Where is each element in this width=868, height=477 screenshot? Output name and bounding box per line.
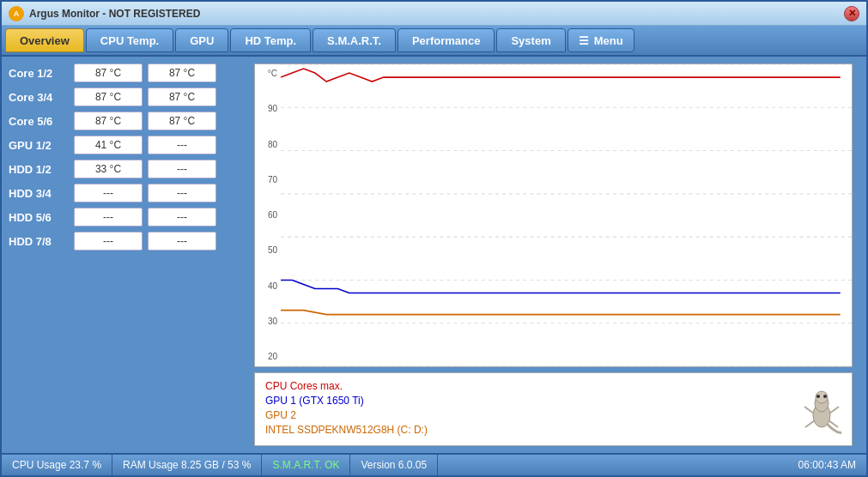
legend-item-0: CPU Cores max.: [265, 380, 841, 392]
y-30: 30: [255, 317, 281, 326]
right-panel: °C 90 80 70 60 50 40 30 20 CPU: [254, 63, 853, 446]
sensor-label-4: HDD 1/2: [9, 163, 69, 176]
svg-point-16: [823, 395, 827, 398]
sensor-row-2: Core 5/6 87 °C 87 °C: [9, 112, 247, 130]
sensor-row-7: HDD 7/8 --- ---: [9, 232, 247, 251]
legend-item-2: GPU 2: [265, 409, 841, 421]
y-80: 80: [255, 141, 281, 149]
main-content: Core 1/2 87 °C 87 °C Core 3/4 87 °C 87 °…: [2, 57, 866, 453]
smart-status: S.M.A.R.T. OK: [262, 455, 350, 475]
sensor-val2-5: ---: [148, 184, 216, 202]
app-icon: A: [9, 6, 24, 21]
sensor-val1-3: 41 °C: [74, 136, 143, 154]
tab-cpu-temp[interactable]: CPU Temp.: [86, 28, 173, 52]
tab-gpu[interactable]: GPU: [175, 28, 228, 52]
sensor-row-4: HDD 1/2 33 °C ---: [9, 160, 247, 178]
y-90: 90: [255, 105, 281, 113]
svg-line-12: [829, 407, 839, 414]
sensor-label-1: Core 3/4: [9, 91, 69, 104]
sensor-val2-2: 87 °C: [148, 112, 216, 130]
chart-inner: °C 90 80 70 60 50 40 30 20: [255, 64, 852, 366]
tab-performance[interactable]: Performance: [398, 28, 495, 52]
close-button[interactable]: ✕: [844, 6, 859, 21]
y-50: 50: [255, 246, 281, 255]
sensor-val1-2: 87 °C: [74, 112, 143, 130]
time-status: 06:00:43 AM: [788, 455, 866, 475]
tab-system[interactable]: System: [496, 28, 565, 52]
sensor-val2-4: ---: [148, 160, 216, 178]
svg-line-13: [805, 420, 815, 427]
sensor-row-1: Core 3/4 87 °C 87 °C: [9, 88, 247, 106]
chart-svg: [281, 64, 852, 366]
sensor-label-2: Core 5/6: [9, 115, 69, 128]
gecko-mascot: [794, 383, 854, 443]
left-panel: Core 1/2 87 °C 87 °C Core 3/4 87 °C 87 °…: [9, 63, 247, 446]
tab-smart[interactable]: S.M.A.R.T.: [313, 28, 396, 52]
legend-item-3: INTEL SSDPEKNW512G8H (C: D:): [265, 424, 841, 436]
y-20: 20: [255, 353, 281, 361]
sensor-val2-7: ---: [148, 232, 216, 251]
sensor-label-7: HDD 7/8: [9, 235, 69, 248]
tab-overview[interactable]: Overview: [5, 28, 84, 52]
sensor-val1-1: 87 °C: [74, 88, 143, 106]
sensor-label-6: HDD 5/6: [9, 211, 69, 224]
title-bar: A Argus Monitor - NOT REGISTERED ✕: [2, 2, 866, 26]
status-bar: CPU Usage 23.7 % RAM Usage 8.25 GB / 53 …: [2, 453, 866, 475]
y-axis: °C 90 80 70 60 50 40 30 20: [255, 64, 281, 366]
sensor-val2-6: ---: [148, 208, 216, 226]
ram-usage-status: RAM Usage 8.25 GB / 53 %: [112, 455, 262, 475]
cpu-usage-status: CPU Usage 23.7 %: [2, 455, 112, 475]
sensor-label-5: HDD 3/4: [9, 187, 69, 200]
sensor-row-5: HDD 3/4 --- ---: [9, 184, 247, 202]
sensor-val1-4: 33 °C: [74, 160, 143, 178]
sensor-val1-6: ---: [74, 208, 143, 226]
sensor-val1-0: 87 °C: [74, 63, 143, 82]
version-status: Version 6.0.05: [350, 455, 438, 475]
sensor-val1-7: ---: [74, 232, 143, 251]
y-60: 60: [255, 211, 281, 220]
gecko-icon: [794, 383, 850, 438]
sensor-row-3: GPU 1/2 41 °C ---: [9, 136, 247, 154]
sensor-val1-5: ---: [74, 184, 143, 202]
sensor-label-0: Core 1/2: [9, 67, 69, 80]
main-window: A Argus Monitor - NOT REGISTERED ✕ Overv…: [0, 0, 868, 477]
menu-button[interactable]: ☰ Menu: [568, 28, 634, 52]
sensor-row-0: Core 1/2 87 °C 87 °C: [9, 63, 247, 82]
hamburger-icon: ☰: [579, 34, 589, 47]
menu-label: Menu: [594, 34, 623, 47]
sensor-row-6: HDD 5/6 --- ---: [9, 208, 247, 226]
sensor-val2-1: 87 °C: [148, 88, 216, 106]
chart-plot: [281, 64, 852, 366]
y-unit: °C: [255, 69, 281, 78]
y-70: 70: [255, 176, 281, 184]
sensor-label-3: GPU 1/2: [9, 139, 69, 152]
temperature-chart: °C 90 80 70 60 50 40 30 20: [254, 63, 853, 367]
nav-bar: Overview CPU Temp. GPU HD Temp. S.M.A.R.…: [2, 26, 866, 57]
svg-point-15: [816, 395, 820, 398]
sensor-val2-0: 87 °C: [148, 63, 216, 82]
tab-hd-temp[interactable]: HD Temp.: [230, 28, 311, 52]
svg-line-11: [804, 407, 814, 414]
sensor-val2-3: ---: [148, 136, 216, 154]
legend-item-1: GPU 1 (GTX 1650 Ti): [265, 395, 841, 407]
legend-area: CPU Cores max.GPU 1 (GTX 1650 Ti)GPU 2IN…: [254, 372, 853, 446]
window-title: Argus Monitor - NOT REGISTERED: [29, 8, 844, 20]
y-40: 40: [255, 282, 281, 291]
